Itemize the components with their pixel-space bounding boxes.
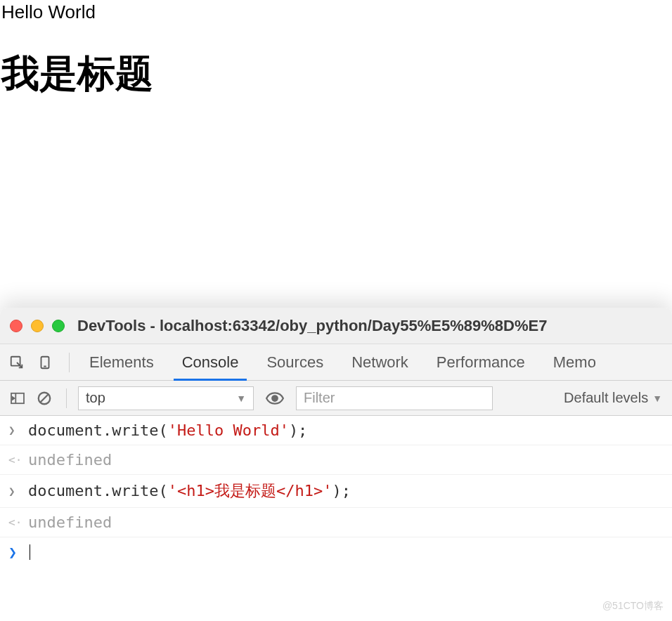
devtools-tabs-row: Elements Console Sources Network Perform… — [0, 344, 672, 381]
window-titlebar: DevTools - localhost:63342/oby_python/Da… — [0, 308, 672, 344]
prompt-marker-icon: ❯ — [8, 544, 21, 561]
console-prompt-line[interactable]: ❯ — [0, 537, 672, 567]
console-output-line: <· undefined — [0, 508, 672, 537]
levels-label: Default levels — [564, 390, 648, 406]
chevron-down-icon: ▼ — [236, 393, 246, 404]
tab-network[interactable]: Network — [337, 344, 422, 380]
cursor — [30, 544, 30, 560]
watermark: @51CTO博客 — [602, 600, 664, 613]
input-marker-icon: ❯ — [8, 424, 21, 437]
sidebar-toggle-icon[interactable] — [7, 388, 28, 409]
code-text: document.write('<h1>我是标题</h1>'); — [28, 481, 351, 502]
output-marker-icon: <· — [8, 453, 21, 466]
minimize-icon[interactable] — [31, 320, 44, 332]
chevron-down-icon: ▼ — [652, 393, 662, 404]
undefined-text: undefined — [28, 514, 112, 531]
console-toolbar: top ▼ Default levels ▼ — [0, 381, 672, 416]
divider — [69, 353, 70, 372]
svg-marker-5 — [13, 397, 15, 400]
context-selector[interactable]: top ▼ — [78, 386, 254, 410]
output-marker-icon: <· — [8, 516, 21, 529]
undefined-text: undefined — [28, 451, 112, 469]
tab-memory[interactable]: Memo — [539, 344, 610, 380]
page-viewport: Hello World 我是标题 — [0, 0, 672, 308]
log-levels-selector[interactable]: Default levels ▼ — [564, 390, 665, 406]
console-input-line: ❯ document.write('Hello World'); — [0, 416, 672, 445]
input-marker-icon: ❯ — [8, 485, 21, 498]
tab-console[interactable]: Console — [168, 344, 253, 380]
console-output[interactable]: ❯ document.write('Hello World'); <· unde… — [0, 416, 672, 621]
inspect-icon[interactable] — [7, 353, 27, 372]
page-heading: 我是标题 — [1, 48, 671, 100]
live-expression-icon[interactable] — [264, 388, 285, 409]
svg-point-8 — [272, 396, 278, 401]
tab-elements[interactable]: Elements — [75, 344, 168, 380]
svg-line-7 — [41, 394, 49, 402]
tabs-container: Elements Console Sources Network Perform… — [75, 344, 610, 380]
console-input-line: ❯ document.write('<h1>我是标题</h1>'); — [0, 475, 672, 508]
tab-sources[interactable]: Sources — [252, 344, 337, 380]
maximize-icon[interactable] — [52, 320, 65, 332]
clear-console-icon[interactable] — [34, 388, 55, 409]
devtools-window: DevTools - localhost:63342/oby_python/Da… — [0, 308, 672, 621]
window-title: DevTools - localhost:63342/oby_python/Da… — [77, 317, 547, 335]
context-value: top — [86, 390, 105, 406]
filter-input[interactable] — [296, 386, 493, 410]
code-text: document.write('Hello World'); — [28, 421, 307, 439]
traffic-lights — [10, 320, 65, 332]
close-icon[interactable] — [10, 320, 22, 332]
page-text: Hello World — [1, 1, 671, 23]
divider — [66, 388, 67, 408]
device-toggle-icon[interactable] — [35, 353, 55, 372]
console-output-line: <· undefined — [0, 445, 672, 475]
tab-performance[interactable]: Performance — [422, 344, 539, 380]
